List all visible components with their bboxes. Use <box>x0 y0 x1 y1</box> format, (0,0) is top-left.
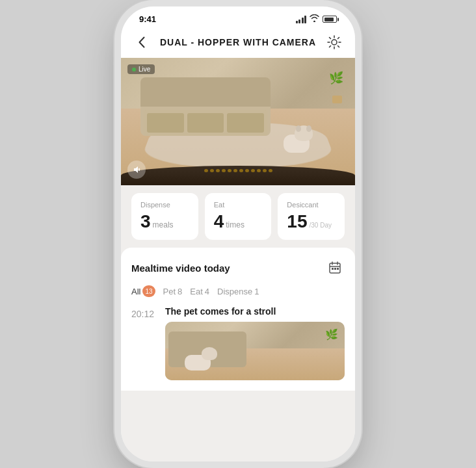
mute-button[interactable] <box>127 161 146 179</box>
eat-label: Eat <box>214 201 263 209</box>
back-button[interactable] <box>131 32 152 53</box>
page-title: DUAL - HOPPER WITH CAMERA <box>160 37 316 47</box>
dispense-label: Dispense <box>140 201 189 209</box>
eat-value-row: 4 times <box>214 211 263 232</box>
plant: 🌿 <box>329 71 345 103</box>
dispense-number: 3 <box>140 211 151 232</box>
status-icons <box>296 14 337 24</box>
filter-badge-all: 13 <box>142 285 155 297</box>
live-badge: Live <box>127 64 155 74</box>
video-item[interactable]: 20:12 The pet comes for a stroll 🌿 <box>131 306 345 380</box>
filter-tab-all[interactable]: All 13 <box>131 285 155 297</box>
video-time: 20:12 <box>131 306 157 319</box>
live-indicator <box>132 68 136 72</box>
sofa <box>140 77 271 136</box>
svg-rect-7 <box>334 268 336 270</box>
mealtime-title: Mealtime video today <box>131 263 230 274</box>
video-info: The pet comes for a stroll 🌿 <box>165 306 345 380</box>
stat-card-dispense: Dispense 3 meals <box>131 193 198 240</box>
mealtime-header: Mealtime video today <box>131 258 345 278</box>
camera-scene: 🌿 <box>121 58 355 185</box>
dispense-value-row: 3 meals <box>140 211 189 232</box>
thumb-plant-icon: 🌿 <box>325 328 338 341</box>
desiccant-number: 15 <box>287 211 307 232</box>
svg-rect-6 <box>332 268 334 270</box>
battery-icon <box>323 16 337 23</box>
filter-tabs: All 13 Pet 8 Eat 4 Dispense 1 <box>131 285 345 297</box>
filter-tab-dispense[interactable]: Dispense 1 <box>217 287 259 296</box>
svg-point-0 <box>332 40 337 45</box>
wifi-icon <box>310 14 319 24</box>
camera-controls <box>127 161 146 179</box>
phone-shell: 9:41 <box>121 6 355 462</box>
calendar-button[interactable] <box>325 258 345 278</box>
mealtime-section: Mealtime video today All <box>121 248 355 391</box>
feeder-bowl <box>121 166 355 185</box>
stat-card-eat: Eat 4 times <box>205 193 272 240</box>
content-area: 🌿 <box>121 58 355 462</box>
status-bar: 9:41 <box>121 6 355 27</box>
video-title: The pet comes for a stroll <box>165 306 345 317</box>
nav-bar: DUAL - HOPPER WITH CAMERA <box>121 27 355 58</box>
signal-icon <box>296 16 307 23</box>
desiccant-label: Desiccant <box>287 201 336 209</box>
stats-row: Dispense 3 meals Eat 4 times Desiccant 1… <box>121 185 355 248</box>
desiccant-unit: /30 Day <box>310 222 332 229</box>
desiccant-value-row: 15 /30 Day <box>287 211 336 232</box>
stat-card-desiccant: Desiccant 15 /30 Day <box>278 193 345 240</box>
dog <box>277 124 316 159</box>
camera-feed[interactable]: 🌿 <box>121 58 355 185</box>
eat-number: 4 <box>214 211 224 232</box>
svg-rect-8 <box>337 268 339 270</box>
filter-tab-eat[interactable]: Eat 4 <box>190 287 209 296</box>
filter-tab-pet[interactable]: Pet 8 <box>163 287 183 296</box>
settings-button[interactable] <box>324 32 345 53</box>
time-display: 9:41 <box>139 14 156 24</box>
dispense-unit: meals <box>153 220 174 229</box>
thumb-scene: 🌿 <box>165 322 345 380</box>
thumb-dog <box>185 338 217 370</box>
video-thumbnail[interactable]: 🌿 <box>165 322 345 380</box>
kibble-display <box>199 169 277 172</box>
eat-unit: times <box>226 220 245 229</box>
